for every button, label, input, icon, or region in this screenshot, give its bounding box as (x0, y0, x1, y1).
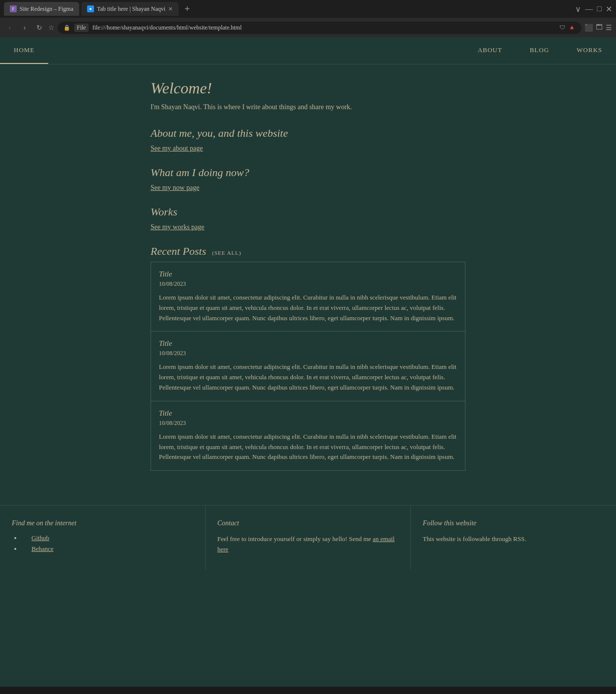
nav-spacer (48, 37, 464, 64)
extensions-icon[interactable]: 🗔 (596, 24, 603, 31)
tab-favicon-active: ● (87, 5, 94, 12)
github-link[interactable]: Github (22, 534, 49, 542)
post-item-3[interactable]: Title 10/08/2023 Lorem ipsum dolor sit a… (151, 401, 465, 470)
browser-tab-active[interactable]: ● Tab title here | Shayan Naqvi ✕ (81, 2, 179, 16)
toolbar-right-icons: ⬛ 🗔 ☰ (585, 24, 612, 32)
footer-heading-social: Find me on the internet (12, 519, 193, 527)
post-title-3: Title (159, 409, 457, 418)
refresh-button[interactable]: ↻ (33, 22, 45, 33)
window-close-icon[interactable]: ✕ (606, 4, 612, 14)
behance-link[interactable]: Behance (22, 545, 54, 552)
post-excerpt-2: Lorem ipsum dolor sit amet, consectetur … (159, 362, 457, 392)
recent-posts-title: Recent Posts (151, 245, 206, 258)
see-all-link[interactable]: (SEE ALL) (212, 250, 241, 256)
site-footer: Find me on the internet Github Behance C… (0, 505, 616, 570)
new-tab-button[interactable]: + (181, 4, 194, 14)
forward-button[interactable]: › (19, 22, 31, 33)
post-title-2: Title (159, 339, 457, 348)
posts-container: Title 10/08/2023 Lorem ipsum dolor sit a… (151, 262, 465, 471)
section-title-now: What am I doing now? (151, 166, 465, 179)
section-title-works: Works (151, 206, 465, 218)
footer-list-item-behance[interactable]: Behance (22, 545, 193, 553)
footer-follow-text: This website is followable through RSS. (423, 534, 604, 544)
footer-contact-text: Feel free to introduce yourself or simpl… (217, 534, 399, 555)
address-url[interactable]: file:///home/shayanaqvi/documents/html/w… (92, 24, 555, 31)
now-page-link[interactable]: See my now page (151, 184, 465, 192)
browser-chrome: F Site Redesign – Figma ● Tab title here… (0, 0, 616, 37)
tab-close-button[interactable]: ✕ (168, 6, 173, 12)
site-nav: HOME ABOUT BLOG WORKS (0, 37, 616, 64)
window-tab-list-icon[interactable]: ∨ (575, 4, 581, 14)
welcome-title: Welcome! (151, 79, 465, 97)
post-date-2: 10/08/2023 (159, 350, 457, 357)
footer-col-social: Find me on the internet Github Behance (0, 506, 206, 570)
footer-list-item-github[interactable]: Github (22, 534, 193, 542)
window-minimize-icon[interactable]: — (585, 4, 593, 13)
tab-favicon-figma: F (10, 5, 17, 12)
recent-posts-header: Recent Posts (SEE ALL) (151, 245, 465, 258)
footer-heading-contact: Contact (217, 519, 399, 527)
website: HOME ABOUT BLOG WORKS Welcome! I'm Shaya… (0, 37, 616, 687)
about-page-link[interactable]: See my about page (151, 145, 465, 152)
browser-toolbar: ‹ › ↻ ☆ 🔒 File file:///home/shayanaqvi/d… (0, 18, 616, 37)
bookmark-button[interactable]: ☆ (48, 24, 55, 31)
address-file-label: File (74, 24, 89, 32)
nav-item-home[interactable]: HOME (0, 37, 48, 64)
address-bar[interactable]: 🔒 File file:///home/shayanaqvi/documents… (58, 22, 582, 34)
footer-social-list: Github Behance (12, 534, 193, 553)
welcome-subtitle: I'm Shayan Naqvi. This is where I write … (151, 103, 465, 111)
address-icons: 🛡 🔺 (559, 24, 576, 31)
back-button[interactable]: ‹ (4, 22, 16, 33)
window-maximize-icon[interactable]: □ (597, 4, 602, 13)
nav-item-works[interactable]: WORKS (563, 37, 616, 64)
window-controls: ∨ — □ ✕ (575, 4, 612, 14)
post-date-3: 10/08/2023 (159, 420, 457, 427)
sidebar-toggle-icon[interactable]: ⬛ (585, 24, 593, 32)
footer-col-contact: Contact Feel free to introduce yourself … (206, 506, 411, 570)
brave-rewards-icon: 🔺 (568, 24, 576, 31)
post-excerpt-3: Lorem ipsum dolor sit amet, consectetur … (159, 432, 457, 462)
section-title-about: About me, you, and this website (151, 127, 465, 140)
browser-tab-figma[interactable]: F Site Redesign – Figma (4, 2, 79, 16)
tab-label-figma: Site Redesign – Figma (20, 5, 73, 13)
post-item-2[interactable]: Title 10/08/2023 Lorem ipsum dolor sit a… (151, 332, 465, 401)
post-title-1: Title (159, 270, 457, 278)
post-date-1: 10/08/2023 (159, 280, 457, 288)
post-excerpt-1: Lorem ipsum dolor sit amet, consectetur … (159, 293, 457, 323)
post-item-1[interactable]: Title 10/08/2023 Lorem ipsum dolor sit a… (151, 262, 465, 332)
nav-item-about[interactable]: ABOUT (464, 37, 516, 64)
browser-menu-icon[interactable]: ☰ (606, 24, 612, 32)
works-page-link[interactable]: See my works page (151, 223, 465, 231)
main-content: Welcome! I'm Shayan Naqvi. This is where… (141, 64, 475, 505)
footer-contact-text-before: Feel free to introduce yourself or simpl… (217, 535, 373, 543)
lock-icon: 🔒 (63, 25, 70, 31)
footer-heading-follow: Follow this website (423, 519, 604, 527)
browser-tabs: F Site Redesign – Figma ● Tab title here… (0, 0, 616, 18)
nav-item-blog[interactable]: BLOG (516, 37, 563, 64)
brave-shield-icon: 🛡 (559, 24, 565, 31)
footer-col-follow: Follow this website This website is foll… (411, 506, 616, 570)
tab-label-active: Tab title here | Shayan Naqvi (97, 5, 165, 13)
